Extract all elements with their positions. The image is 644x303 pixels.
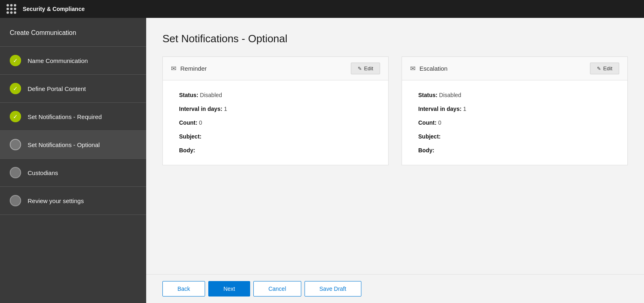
step-icon-set-notifications-required: ✓ <box>10 111 21 122</box>
reminder-card-title: Reminder <box>180 65 207 72</box>
step-icon-name-communication: ✓ <box>10 55 21 66</box>
escalation-count-field: Count: 0 <box>418 119 611 126</box>
reminder-edit-icon: ✎ <box>358 66 362 71</box>
escalation-interval-label: Interval in days: <box>418 106 462 112</box>
escalation-body-label: Body: <box>418 147 434 154</box>
sidebar-label-define-portal-content: Define Portal Content <box>28 85 86 92</box>
content-area: Set Notifications - Optional ✉ Reminder … <box>146 18 644 303</box>
reminder-status-field: Status: Disabled <box>179 92 372 98</box>
sidebar-header: Create Communication <box>0 18 146 47</box>
reminder-edit-label: Edit <box>364 65 373 71</box>
reminder-card: ✉ Reminder ✎ Edit Status: Disabled <box>162 56 389 165</box>
page-title: Set Notifications - Optional <box>162 32 628 45</box>
escalation-card: ✉ Escalation ✎ Edit Status: Disabled <box>402 56 628 165</box>
step-icon-set-notifications-optional <box>10 139 21 150</box>
sidebar-item-set-notifications-required[interactable]: ✓ Set Notifications - Required <box>0 103 146 131</box>
sidebar-item-name-communication[interactable]: ✓ Name Communication <box>0 47 146 75</box>
sidebar-label-review-settings: Review your settings <box>28 197 84 204</box>
reminder-subject-field: Subject: <box>179 133 372 140</box>
reminder-interval-field: Interval in days: 1 <box>179 106 372 112</box>
escalation-edit-icon: ✎ <box>597 66 601 71</box>
reminder-body-label: Body: <box>179 147 195 154</box>
top-nav: Security & Compliance <box>0 0 644 18</box>
sidebar-label-set-notifications-required: Set Notifications - Required <box>28 113 102 120</box>
content-body: Set Notifications - Optional ✉ Reminder … <box>146 18 644 274</box>
escalation-edit-button[interactable]: ✎ Edit <box>590 63 619 74</box>
footer-buttons: Back Next Cancel Save Draft <box>146 274 644 303</box>
reminder-count-value: 0 <box>199 119 202 126</box>
next-button[interactable]: Next <box>208 281 250 297</box>
escalation-envelope-icon: ✉ <box>410 65 415 72</box>
back-button[interactable]: Back <box>162 281 205 297</box>
step-icon-define-portal-content: ✓ <box>10 83 21 94</box>
reminder-count-field: Count: 0 <box>179 119 372 126</box>
reminder-card-body: Status: Disabled Interval in days: 1 Cou… <box>163 80 388 165</box>
sidebar-item-set-notifications-optional[interactable]: Set Notifications - Optional <box>0 131 146 159</box>
escalation-status-value: Disabled <box>439 92 461 98</box>
cards-row: ✉ Reminder ✎ Edit Status: Disabled <box>162 56 628 165</box>
step-icon-review-settings <box>10 195 21 206</box>
reminder-edit-button[interactable]: ✎ Edit <box>351 63 380 74</box>
reminder-count-label: Count: <box>179 119 197 126</box>
save-draft-button[interactable]: Save Draft <box>305 281 361 297</box>
sidebar-item-review-settings[interactable]: Review your settings <box>0 187 146 215</box>
sidebar-label-set-notifications-optional: Set Notifications - Optional <box>28 141 100 148</box>
escalation-card-header: ✉ Escalation ✎ Edit <box>402 57 627 80</box>
reminder-card-header: ✉ Reminder ✎ Edit <box>163 57 388 80</box>
escalation-card-body: Status: Disabled Interval in days: 1 Cou… <box>402 80 627 165</box>
escalation-edit-label: Edit <box>603 65 612 71</box>
reminder-interval-label: Interval in days: <box>179 106 223 112</box>
escalation-status-field: Status: Disabled <box>418 92 611 98</box>
escalation-count-value: 0 <box>438 119 441 126</box>
escalation-body-field: Body: <box>418 147 611 154</box>
reminder-status-value: Disabled <box>200 92 222 98</box>
app-grid-icon[interactable] <box>6 4 16 14</box>
cancel-button[interactable]: Cancel <box>253 281 301 297</box>
escalation-count-label: Count: <box>418 119 437 126</box>
step-icon-custodians <box>10 167 21 178</box>
sidebar: Create Communication ✓ Name Communicatio… <box>0 18 146 303</box>
escalation-subject-label: Subject: <box>418 133 441 140</box>
app-title: Security & Compliance <box>23 6 85 12</box>
escalation-status-label: Status: <box>418 92 437 98</box>
sidebar-label-custodians: Custodians <box>28 169 58 176</box>
sidebar-item-define-portal-content[interactable]: ✓ Define Portal Content <box>0 75 146 103</box>
reminder-envelope-icon: ✉ <box>171 65 176 72</box>
sidebar-item-custodians[interactable]: Custodians <box>0 159 146 187</box>
reminder-interval-value: 1 <box>224 106 227 112</box>
escalation-interval-field: Interval in days: 1 <box>418 106 611 112</box>
escalation-card-title: Escalation <box>419 65 447 72</box>
reminder-subject-label: Subject: <box>179 133 201 140</box>
escalation-subject-field: Subject: <box>418 133 611 140</box>
escalation-interval-value: 1 <box>463 106 466 112</box>
sidebar-label-name-communication: Name Communication <box>28 57 88 64</box>
reminder-body-field: Body: <box>179 147 372 154</box>
reminder-status-label: Status: <box>179 92 198 98</box>
